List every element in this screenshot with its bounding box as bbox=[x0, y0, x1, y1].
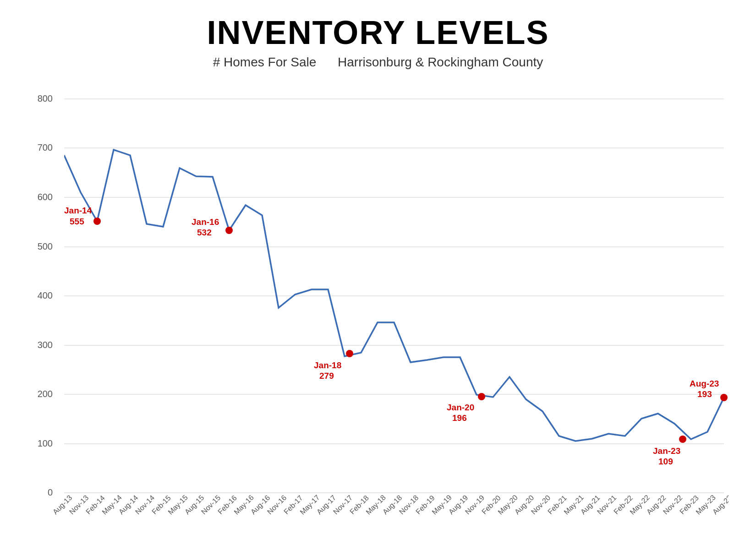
annotation-value-jan16: 532 bbox=[197, 228, 212, 237]
y-label-400: 400 bbox=[38, 290, 53, 300]
y-label-600: 600 bbox=[38, 192, 53, 202]
annotation-dot-aug23 bbox=[720, 394, 728, 401]
annotation-value-jan20: 196 bbox=[452, 413, 467, 423]
chart-container: 800 700 600 500 400 300 200 100 bbox=[27, 79, 729, 536]
annotation-value-jan18: 279 bbox=[319, 371, 334, 381]
annotation-dot-jan16 bbox=[225, 227, 233, 234]
y-label-500: 500 bbox=[38, 241, 53, 251]
annotation-label-jan16: Jan-16 bbox=[192, 217, 219, 227]
page: INVENTORY LEVELS # Homes For Sale Harris… bbox=[0, 0, 756, 545]
annotation-dot-jan18 bbox=[346, 350, 353, 357]
annotation-dot-jan20 bbox=[478, 393, 485, 400]
subtitle-location: Harrisonburg & Rockingham County bbox=[338, 55, 543, 69]
chart-svg: 800 700 600 500 400 300 200 100 bbox=[27, 79, 729, 536]
annotation-dot-jan14 bbox=[93, 218, 101, 225]
y-label-100: 100 bbox=[38, 438, 53, 448]
annotation-dot-jan23 bbox=[679, 436, 686, 443]
annotation-label-jan23: Jan-23 bbox=[653, 446, 680, 456]
annotation-value-jan14: 555 bbox=[70, 217, 84, 226]
y-label-800: 800 bbox=[38, 93, 53, 104]
main-title: INVENTORY LEVELS bbox=[207, 14, 549, 51]
subtitle-homes: # Homes For Sale bbox=[213, 55, 317, 69]
chart-line bbox=[64, 150, 724, 441]
y-label-300: 300 bbox=[38, 340, 53, 350]
annotation-label-jan14: Jan-14 bbox=[64, 206, 92, 215]
subtitle: # Homes For Sale Harrisonburg & Rockingh… bbox=[213, 55, 543, 70]
y-label-700: 700 bbox=[38, 142, 53, 153]
annotation-label-jan18: Jan-18 bbox=[314, 360, 341, 370]
x-axis-labels: Aug-13 Nov-13 Feb-14 May-14 Aug-14 Nov-1… bbox=[51, 493, 729, 516]
annotation-value-aug23: 193 bbox=[697, 389, 712, 399]
y-label-200: 200 bbox=[38, 389, 53, 399]
annotation-label-jan20: Jan-20 bbox=[447, 403, 474, 412]
annotation-value-jan23: 109 bbox=[658, 457, 673, 466]
y-label-0: 0 bbox=[48, 487, 53, 497]
annotation-label-aug23: Aug-23 bbox=[690, 379, 719, 388]
